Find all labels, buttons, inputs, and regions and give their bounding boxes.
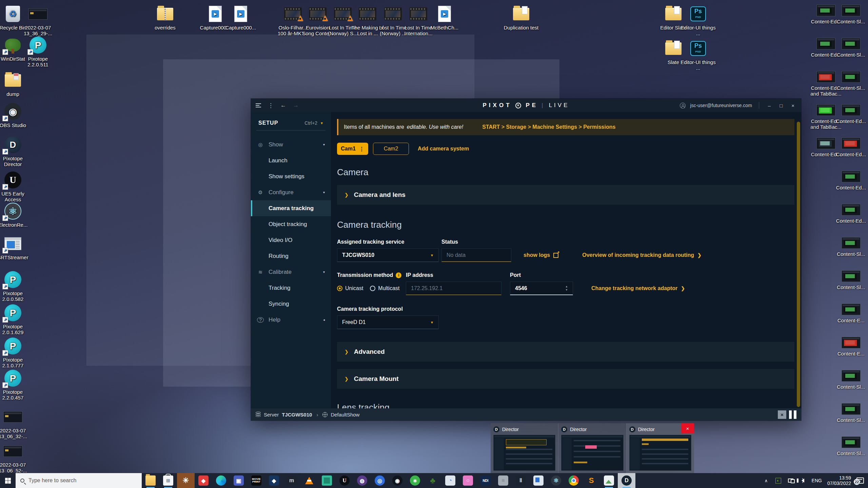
- advanced-panel[interactable]: ❯ Advanced: [337, 342, 794, 362]
- desktop-icon[interactable]: overrides: [147, 5, 183, 30]
- desktop-icon[interactable]: Content-Ed...: [833, 203, 868, 224]
- server-value[interactable]: TJCGWS010: [282, 412, 312, 418]
- ip-address-input[interactable]: 172.25.192.1: [406, 282, 501, 295]
- gpu-tray-icon[interactable]: [775, 477, 782, 484]
- desktop-icon[interactable]: ↗SRTStreamer: [0, 235, 31, 260]
- ndi-taskbar-button[interactable]: NDI: [477, 473, 494, 488]
- tray-expand-icon[interactable]: ∧: [763, 477, 770, 484]
- show-logs-link[interactable]: show logs: [524, 252, 558, 258]
- desktop-icon[interactable]: Content-Sl...: [833, 369, 868, 390]
- sidebar-item-launch[interactable]: Launch: [251, 152, 331, 168]
- assigned-tracking-service-select[interactable]: TJCGWS010 ▼: [337, 248, 439, 262]
- port-input[interactable]: 4546 ▲ ▼: [510, 282, 573, 295]
- scrollbar-thumb[interactable]: [797, 122, 800, 407]
- desktop-icon[interactable]: 2022-03-07 13_36_29-...: [20, 5, 56, 36]
- desktop-icon[interactable]: ▶Capture000...: [223, 5, 258, 30]
- close-button[interactable]: ×: [789, 103, 796, 108]
- default-show-value[interactable]: DefaultShow: [331, 412, 359, 418]
- sidebar-item-calibrate[interactable]: ≋Calibrate▾: [251, 264, 331, 280]
- language-indicator[interactable]: ENG: [812, 478, 822, 483]
- user-avatar-icon[interactable]: [680, 103, 686, 108]
- info-icon[interactable]: i: [396, 272, 401, 278]
- spin-up-icon[interactable]: ▲: [565, 285, 568, 288]
- desktop-icon[interactable]: PsPSDEditor-UI things ...: [680, 5, 716, 36]
- desktop-icon[interactable]: Content-Sl...: [833, 70, 868, 91]
- pause-button[interactable]: [789, 410, 796, 419]
- change-network-adaptor-link[interactable]: Change tracking network adaptor ❯: [591, 285, 685, 291]
- github-taskbar-button[interactable]: ◍: [353, 473, 371, 488]
- sidebar-item-show[interactable]: ◎Show▾: [251, 137, 331, 152]
- maximize-button[interactable]: □: [777, 103, 785, 108]
- desktop-icon[interactable]: Content-Sl...: [833, 403, 868, 423]
- window-scrollbar[interactable]: [797, 122, 800, 393]
- sidebar-item-video-i-o[interactable]: Video I/O: [251, 232, 331, 248]
- pin-app-taskbar-button[interactable]: ◎: [371, 473, 389, 488]
- microsoft-store-taskbar-button[interactable]: [159, 473, 177, 488]
- slack-taskbar-button[interactable]: ✳: [177, 473, 195, 488]
- overview-tracking-routing-link[interactable]: Overview of incoming tracking data routi…: [582, 252, 702, 258]
- unreal-engine-taskbar-button[interactable]: U: [336, 473, 353, 488]
- sidebar-item-tracking[interactable]: Tracking: [251, 280, 331, 296]
- unicast-radio[interactable]: Unicast: [337, 285, 363, 291]
- desktop-icon[interactable]: Content-E...: [833, 303, 868, 323]
- vlc-taskbar-button[interactable]: [300, 473, 318, 488]
- windirstat-taskbar-button[interactable]: ♣: [424, 473, 441, 488]
- desktop-icon[interactable]: ◉↗OBS Studio: [0, 102, 31, 128]
- preview-close-button[interactable]: ×: [681, 423, 694, 433]
- spin-down-icon[interactable]: ▼: [565, 289, 568, 291]
- add-camera-system-button[interactable]: Add camera system: [418, 146, 469, 152]
- chrome-taskbar-button[interactable]: [565, 473, 583, 488]
- desktop-icon[interactable]: Content-E...: [833, 336, 868, 357]
- desktop-icon[interactable]: P↗Pixotope 2.1.0.777: [0, 337, 31, 368]
- director-preview[interactable]: DDirector×: [627, 423, 694, 473]
- setup-selector[interactable]: SETUP Ctrl+2 ▼: [256, 117, 326, 130]
- desktop-icon[interactable]: ⚛↗ElectronRe...: [0, 202, 31, 228]
- movieprint-taskbar-button[interactable]: MOVIE PRINT: [248, 473, 265, 488]
- user-email[interactable]: jsc-user@futureuniverse.com: [690, 103, 752, 108]
- electron-taskbar-button[interactable]: ⚛: [547, 473, 565, 488]
- teams-app-taskbar-button[interactable]: ▣: [230, 473, 248, 488]
- sidebar-item-routing[interactable]: Routing: [251, 248, 331, 264]
- desktop-icon[interactable]: Content-Sl...: [833, 436, 868, 456]
- kebab-menu-icon[interactable]: ⋮: [268, 102, 274, 109]
- desktop-icon[interactable]: 2022-03-07 13_06_32-...: [0, 408, 31, 439]
- desktop-icon[interactable]: Content-Ed...: [833, 137, 868, 157]
- desktop-icon[interactable]: Content-Sl...: [833, 4, 868, 24]
- desktop-icon[interactable]: P↗Pixotope 2.2.0.457: [0, 369, 31, 401]
- dark-app-taskbar-button[interactable]: m: [283, 473, 300, 488]
- sidebar-item-camera-tracking[interactable]: Camera tracking: [251, 200, 331, 216]
- desktop-icon[interactable]: Content-Sl...: [833, 37, 868, 58]
- tab-cam2[interactable]: Cam2: [373, 143, 409, 155]
- bars-app-taskbar-button[interactable]: ‖: [512, 473, 530, 488]
- leaf-app-taskbar-button[interactable]: ∗: [406, 473, 424, 488]
- forward-icon[interactable]: →: [293, 102, 299, 109]
- notification-center-icon[interactable]: 22: [856, 477, 864, 484]
- taskbar-search-input[interactable]: Type here to search: [16, 473, 142, 488]
- desktop-icon[interactable]: Content-Ed...: [833, 104, 868, 124]
- terminal-app-taskbar-button[interactable]: [318, 473, 336, 488]
- tab-cam1-menu-icon[interactable]: ⋮: [359, 146, 364, 152]
- sidebar-item-help[interactable]: ?Help◂: [251, 312, 331, 328]
- desktop-icon[interactable]: Content-Ed...: [833, 170, 868, 190]
- status-input[interactable]: No data: [441, 248, 511, 262]
- multicast-radio[interactable]: Multicast: [370, 285, 399, 291]
- camera-mount-panel[interactable]: ❯ Camera Mount: [337, 369, 794, 389]
- file-explorer-taskbar-button[interactable]: [142, 473, 159, 488]
- desktop-icon[interactable]: D↗Pixotope Director: [0, 136, 31, 167]
- photos-app-taskbar-button[interactable]: [600, 473, 618, 488]
- desktop-icon[interactable]: U↗UE5 Early Access: [0, 171, 31, 202]
- back-icon[interactable]: ←: [280, 102, 286, 109]
- desktop-icon[interactable]: 2022-03-07 13_06_52-...: [0, 442, 31, 473]
- sidebar-item-object-tracking[interactable]: Object tracking: [251, 216, 331, 232]
- camera-and-lens-panel[interactable]: ❯ Camera and lens: [337, 185, 794, 205]
- window-app-taskbar-button[interactable]: [530, 473, 547, 488]
- sidebar-item-syncing[interactable]: Syncing: [251, 296, 331, 312]
- clock[interactable]: 13:59 07/03/2022: [827, 475, 851, 486]
- sublime-taskbar-button[interactable]: S: [583, 473, 600, 488]
- port-stepper[interactable]: ▲ ▼: [565, 285, 568, 291]
- sidebar-item-configure[interactable]: ⚙Configure▾: [251, 184, 331, 200]
- director-preview[interactable]: DDirector: [558, 423, 626, 473]
- edge-taskbar-button[interactable]: [212, 473, 230, 488]
- director-preview[interactable]: DDirector: [491, 423, 558, 473]
- desktop-icon[interactable]: Content-Sl...: [833, 270, 868, 290]
